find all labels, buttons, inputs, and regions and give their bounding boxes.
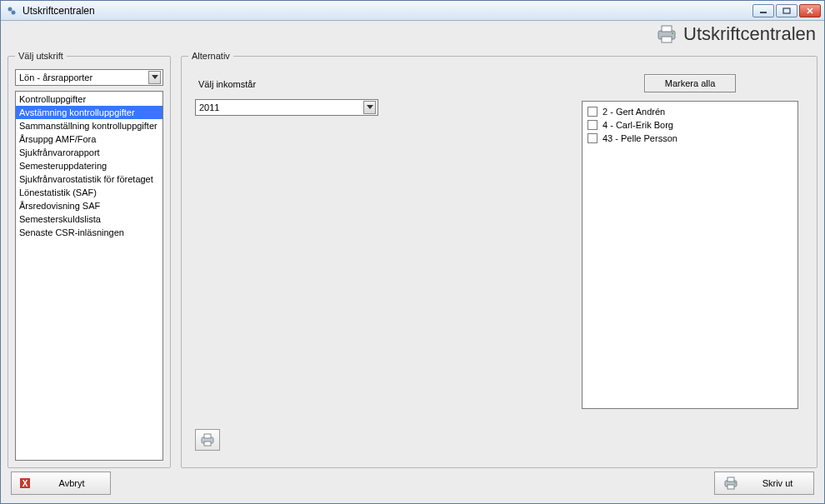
year-column: Välj inkomstår 2011	[195, 74, 453, 456]
report-list-item[interactable]: Årsredovisning SAF	[16, 199, 162, 212]
svg-point-9	[672, 32, 673, 34]
person-label: 2 - Gert Andrén	[602, 105, 665, 118]
svg-rect-13	[204, 434, 211, 438]
checkbox[interactable]	[588, 133, 598, 143]
report-list-item[interactable]: Semesterskuldslista	[16, 212, 162, 226]
print-label: Skriv ut	[750, 478, 805, 488]
window-root: Utskriftcentralen Utskriftcentralen	[0, 0, 825, 504]
app-icon	[6, 5, 18, 17]
checkbox[interactable]	[588, 120, 598, 130]
window-title: Utskriftcentralen	[22, 5, 752, 17]
header: Utskriftcentralen	[1, 21, 824, 47]
alternativ-fieldset: Alternativ Välj inkomstår 2011	[181, 51, 818, 468]
svg-point-18	[734, 482, 736, 484]
select-all-label: Markera alla	[665, 78, 716, 88]
alternativ-panel: Alternativ Välj inkomstår 2011	[181, 51, 818, 468]
content-area: Välj utskrift Lön - årsrapporter Kontrol…	[1, 47, 824, 468]
checkbox[interactable]	[588, 107, 598, 117]
printer-icon	[723, 477, 738, 490]
alternativ-legend: Alternativ	[188, 51, 233, 61]
person-row[interactable]: 4 - Carl-Erik Borg	[588, 118, 792, 132]
window-buttons	[752, 4, 821, 17]
report-list-item[interactable]: Lönestatistik (SAF)	[16, 186, 162, 199]
person-row[interactable]: 43 - Pelle Persson	[588, 132, 792, 145]
svg-rect-3	[783, 8, 790, 13]
svg-point-1	[12, 10, 16, 14]
report-list-item[interactable]: Senaste CSR-inläsningen	[16, 226, 162, 239]
page-title: Utskriftcentralen	[683, 23, 816, 45]
svg-rect-8	[662, 37, 672, 42]
svg-marker-10	[152, 75, 158, 79]
titlebar: Utskriftcentralen	[1, 1, 824, 21]
printer-icon	[655, 24, 678, 44]
cancel-icon: X	[20, 478, 30, 488]
svg-marker-11	[367, 105, 373, 109]
chevron-down-icon	[363, 101, 376, 114]
report-list-item[interactable]: Sammanställning kontrolluppgifter	[16, 119, 162, 132]
select-print-fieldset: Välj utskrift Lön - årsrapporter Kontrol…	[8, 51, 171, 468]
svg-rect-14	[204, 442, 211, 446]
footer: X Avbryt Skriv ut	[1, 468, 824, 503]
report-list-item[interactable]: Sjukfrånvarostatistik för företaget	[16, 172, 162, 186]
preview-button[interactable]	[195, 429, 220, 451]
cancel-label: Avbryt	[42, 478, 102, 488]
income-year-dropdown[interactable]: 2011	[195, 99, 378, 116]
svg-rect-17	[728, 485, 734, 489]
person-row[interactable]: 2 - Gert Andrén	[588, 105, 792, 118]
maximize-button[interactable]	[776, 4, 798, 17]
chevron-down-icon	[148, 71, 161, 84]
close-button[interactable]	[799, 4, 821, 17]
report-list-item[interactable]: Sjukfrånvarorapport	[16, 146, 162, 159]
svg-rect-16	[728, 477, 734, 482]
report-category-dropdown[interactable]: Lön - årsrapporter	[15, 69, 163, 86]
svg-rect-2	[760, 12, 767, 13]
people-column: Markera alla 2 - Gert Andrén4 - Carl-Eri…	[582, 74, 798, 456]
report-list-item[interactable]: Årsuppg AMF/Fora	[16, 132, 162, 146]
income-year-value: 2011	[199, 102, 219, 112]
report-category-value: Lön - årsrapporter	[19, 72, 92, 82]
print-button[interactable]: Skriv ut	[714, 472, 814, 495]
person-label: 43 - Pelle Persson	[602, 132, 678, 145]
report-list-item[interactable]: Kontrolluppgifter	[16, 92, 162, 106]
svg-point-0	[8, 7, 12, 11]
select-all-button[interactable]: Markera alla	[644, 74, 736, 92]
printer-preview-icon	[200, 433, 215, 447]
minimize-button[interactable]	[752, 4, 774, 17]
svg-rect-7	[662, 26, 672, 32]
alternativ-inner: Välj inkomstår 2011	[188, 69, 810, 461]
select-print-legend: Välj utskrift	[15, 51, 67, 61]
person-label: 4 - Carl-Erik Borg	[602, 118, 673, 132]
people-checklist[interactable]: 2 - Gert Andrén4 - Carl-Erik Borg43 - Pe…	[582, 101, 798, 409]
year-label: Välj inkomstår	[198, 79, 453, 89]
select-print-panel: Välj utskrift Lön - årsrapporter Kontrol…	[8, 51, 171, 468]
report-listbox[interactable]: KontrolluppgifterAvstämning kontrolluppg…	[15, 91, 163, 461]
report-list-item[interactable]: Avstämning kontrolluppgifter	[16, 106, 162, 119]
cancel-button[interactable]: X Avbryt	[11, 472, 111, 495]
report-list-item[interactable]: Semesteruppdatering	[16, 159, 162, 172]
